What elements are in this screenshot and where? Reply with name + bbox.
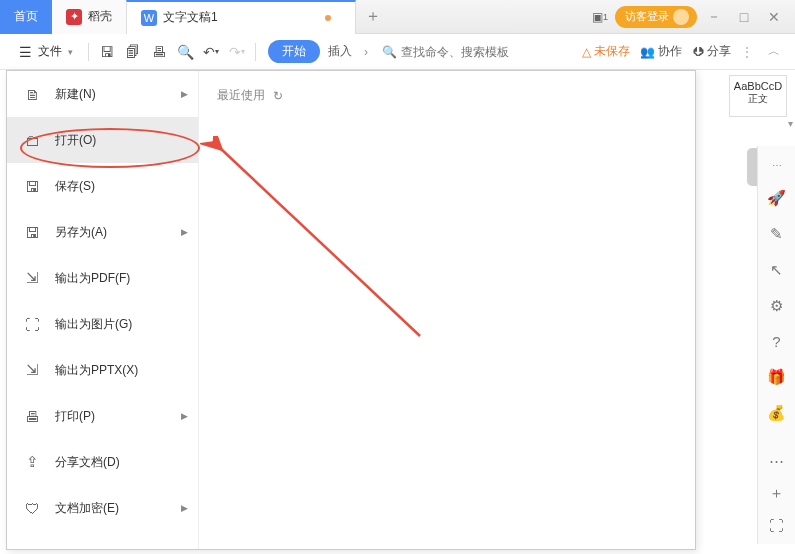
menu-item-0[interactable]: 🗎新建(N)▶ — [7, 71, 198, 117]
menu-item-icon: 🖶 — [23, 408, 41, 425]
avatar-icon — [673, 9, 689, 25]
file-dropdown: 🗎新建(N)▶🗀打开(O)🖫保存(S)🖫另存为(A)▶⇲输出为PDF(F)⛶输出… — [6, 70, 696, 550]
separator — [88, 43, 89, 61]
menu-item-icon: ⇪ — [23, 453, 41, 471]
menu-item-9[interactable]: 🛡文档加密(E)▶ — [7, 485, 198, 531]
tab-docer[interactable]: ✦稻壳 — [52, 0, 126, 34]
toolbar-right: △未保存 👥协作 ⮋分享 ⋮ ︿ — [582, 41, 785, 63]
tab-document[interactable]: W 文字文稿1 — [126, 0, 356, 34]
money-icon[interactable]: 💰 — [767, 404, 786, 422]
recent-label: 最近使用 — [217, 87, 265, 104]
doc-icon: W — [141, 10, 157, 26]
menu-item-3[interactable]: 🖫另存为(A)▶ — [7, 209, 198, 255]
menu-item-label: 输出为PPTX(X) — [55, 362, 138, 379]
file-menu-panel: 最近使用 ↻ — [199, 71, 695, 549]
search-box[interactable]: 🔍 — [382, 45, 511, 59]
menu-item-icon: 🗎 — [23, 86, 41, 103]
search-input[interactable] — [401, 45, 511, 59]
titlebar: 首页 ✦稻壳 W 文字文稿1 ＋ ▣1 访客登录 － □ ✕ — [0, 0, 795, 34]
tab-start[interactable]: 开始 — [268, 40, 320, 63]
refresh-icon[interactable]: ↻ — [273, 89, 283, 103]
menu-item-label: 保存(S) — [55, 178, 95, 195]
hamburger-icon: ☰ — [19, 44, 32, 60]
tab-home-label: 首页 — [14, 8, 38, 25]
pencil-icon[interactable]: ✎ — [770, 225, 783, 243]
help-icon[interactable]: ? — [772, 333, 780, 350]
unsaved-dot-icon — [325, 15, 331, 21]
menu-item-4[interactable]: ⇲输出为PDF(F) — [7, 255, 198, 301]
sliders-icon[interactable]: ⚙ — [770, 297, 783, 315]
menu-item-label: 输出为PDF(F) — [55, 270, 130, 287]
cursor-icon[interactable]: ↖ — [770, 261, 783, 279]
unsaved-button[interactable]: △未保存 — [582, 43, 630, 60]
style-sample: AaBbCcD — [730, 80, 786, 92]
submenu-arrow-icon: ▶ — [181, 227, 188, 237]
file-menu-button[interactable]: ☰ 文件 ▾ — [10, 40, 82, 63]
plus-icon[interactable]: ＋ — [769, 484, 784, 503]
menu-item-7[interactable]: 🖶打印(P)▶ — [7, 393, 198, 439]
login-button[interactable]: 访客登录 — [615, 6, 697, 28]
unsaved-label: 未保存 — [594, 43, 630, 60]
gift-icon[interactable]: 🎁 — [767, 368, 786, 386]
titlebar-right: ▣1 访客登录 － □ ✕ — [587, 3, 795, 31]
tab-insert[interactable]: 插入 — [322, 43, 358, 60]
style-dropdown-icon[interactable]: ▾ — [788, 118, 793, 129]
docer-icon: ✦ — [66, 9, 82, 25]
right-sidebar: ⋯ 🚀 ✎ ↖ ⚙ ? 🎁 💰 ⋯ ＋ ⛶ — [757, 146, 795, 544]
new-tab-button[interactable]: ＋ — [356, 6, 390, 27]
menu-item-icon: ⇲ — [23, 269, 41, 287]
redo-icon[interactable]: ↷▾ — [225, 40, 249, 64]
expand-icon[interactable]: ⛶ — [769, 517, 784, 534]
ruler-icon[interactable]: ⋯ — [772, 160, 782, 171]
menu-item-label: 文档加密(E) — [55, 500, 119, 517]
collapse-ribbon-icon[interactable]: ︿ — [763, 41, 785, 63]
more-tabs-icon[interactable]: › — [360, 45, 372, 59]
menu-item-icon: 🛡 — [23, 500, 41, 517]
menu-item-icon: ⛶ — [23, 316, 41, 333]
collab-label: 协作 — [658, 43, 682, 60]
rocket-icon[interactable]: 🚀 — [767, 189, 786, 207]
collab-button[interactable]: 👥协作 — [640, 43, 682, 60]
menu-item-label: 分享文档(D) — [55, 454, 120, 471]
tab-docer-label: 稻壳 — [88, 8, 112, 25]
panel-icon[interactable]: ▣1 — [587, 4, 613, 30]
sidebar-handle[interactable] — [747, 148, 757, 186]
close-button[interactable]: ✕ — [759, 3, 789, 31]
tab-insert-label: 插入 — [328, 44, 352, 58]
menu-item-icon: 🖫 — [23, 178, 41, 195]
submenu-arrow-icon: ▶ — [181, 89, 188, 99]
tab-start-label: 开始 — [282, 44, 306, 58]
more-icon[interactable]: ⋮ — [741, 45, 753, 59]
minimize-button[interactable]: － — [699, 3, 729, 31]
print-icon[interactable]: 🖶 — [147, 40, 171, 64]
save-as-icon[interactable]: 🗐 — [121, 40, 145, 64]
tab-home[interactable]: 首页 — [0, 0, 52, 34]
doc-title: 文字文稿1 — [163, 9, 315, 26]
save-icon[interactable]: 🖫 — [95, 40, 119, 64]
maximize-button[interactable]: □ — [729, 3, 759, 31]
menu-item-8[interactable]: ⇪分享文档(D) — [7, 439, 198, 485]
menu-item-label: 另存为(A) — [55, 224, 107, 241]
file-menu-list: 🗎新建(N)▶🗀打开(O)🖫保存(S)🖫另存为(A)▶⇲输出为PDF(F)⛶输出… — [7, 71, 199, 549]
menu-item-2[interactable]: 🖫保存(S) — [7, 163, 198, 209]
menu-item-1[interactable]: 🗀打开(O) — [7, 117, 198, 163]
file-label: 文件 — [38, 43, 62, 60]
menu-item-label: 打开(O) — [55, 132, 96, 149]
separator — [255, 43, 256, 61]
dots-icon[interactable]: ⋯ — [769, 452, 784, 470]
menu-item-6[interactable]: ⇲输出为PPTX(X) — [7, 347, 198, 393]
menu-item-label: 打印(P) — [55, 408, 95, 425]
menu-item-icon: 🗀 — [23, 132, 41, 149]
style-chip[interactable]: AaBbCcD 正文 — [729, 75, 787, 117]
share-button[interactable]: ⮋分享 — [692, 43, 731, 60]
undo-icon[interactable]: ↶▾ — [199, 40, 223, 64]
menu-item-icon: ⇲ — [23, 361, 41, 379]
menu-item-label: 新建(N) — [55, 86, 96, 103]
share-icon: ⮋ — [692, 45, 704, 59]
menu-item-5[interactable]: ⛶输出为图片(G) — [7, 301, 198, 347]
content-area: 🗎新建(N)▶🗀打开(O)🖫保存(S)🖫另存为(A)▶⇲输出为PDF(F)⛶输出… — [0, 70, 795, 554]
style-name: 正文 — [730, 92, 786, 106]
submenu-arrow-icon: ▶ — [181, 503, 188, 513]
preview-icon[interactable]: 🔍 — [173, 40, 197, 64]
search-icon: 🔍 — [382, 45, 397, 59]
